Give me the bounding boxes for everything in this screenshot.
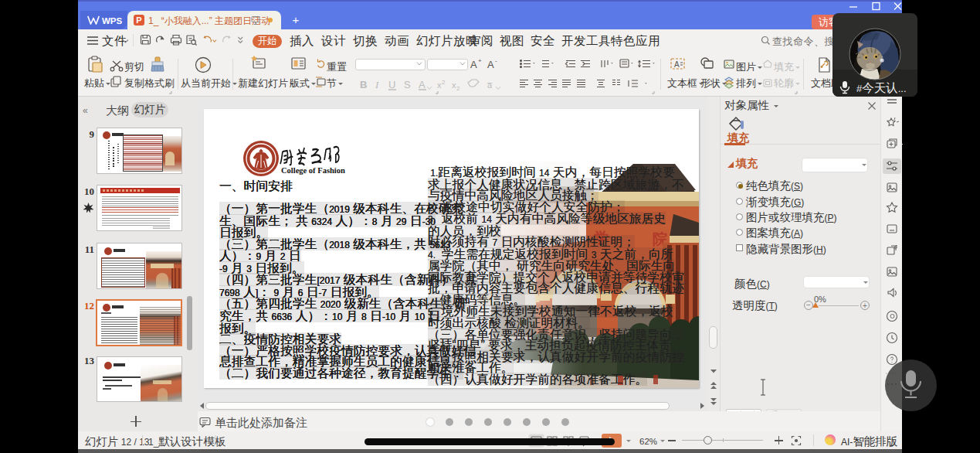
svg-text:U: U	[388, 79, 395, 90]
svg-text:a̅: a̅	[487, 80, 493, 90]
svg-text:A: A	[419, 79, 426, 90]
svg-text:2: 2	[442, 79, 446, 86]
svg-text:A: A	[674, 60, 680, 69]
svg-text:WPS: WPS	[102, 16, 123, 26]
svg-text:+: +	[478, 57, 482, 64]
svg-text:B: B	[360, 79, 367, 90]
svg-text:-: -	[495, 57, 497, 64]
svg-text:A: A	[487, 59, 494, 70]
svg-text:A: A	[470, 59, 477, 70]
svg-text:2: 2	[456, 85, 460, 92]
svg-text:S: S	[404, 79, 411, 90]
svg-text:I: I	[375, 79, 379, 90]
